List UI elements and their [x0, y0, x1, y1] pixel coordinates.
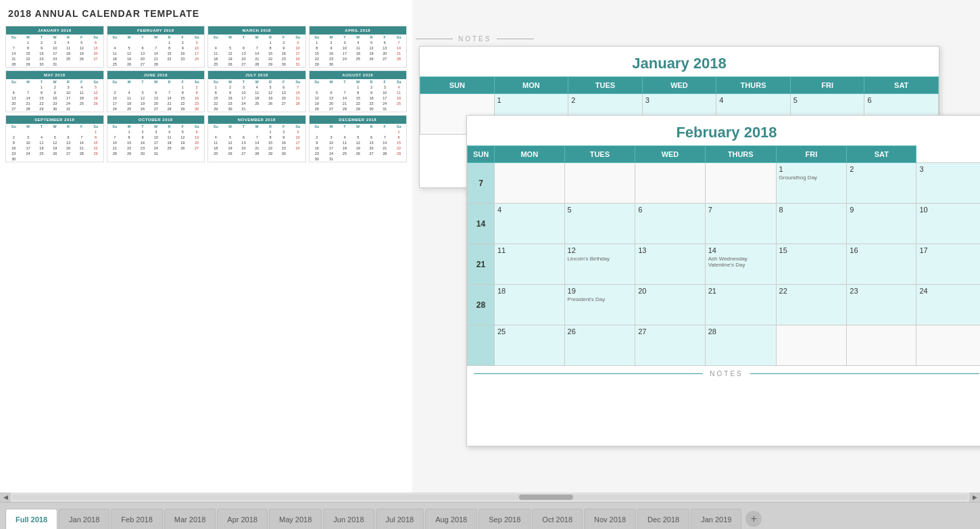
mini-cal-day-cell[interactable]: 3	[62, 85, 75, 90]
mini-cal-day-cell[interactable]	[338, 156, 351, 162]
mini-cal-day-cell[interactable]: 16	[277, 140, 291, 145]
mini-cal-day-cell[interactable]	[107, 129, 123, 135]
scroll-left-arrow[interactable]: ◀	[0, 492, 11, 502]
feb-day-cell[interactable]: 19President's Day	[564, 285, 635, 325]
feb-day-cell[interactable]: 26	[564, 325, 635, 366]
mini-cal-day-cell[interactable]: 26	[136, 106, 149, 112]
mini-cal-day-cell[interactable]: 27	[62, 151, 75, 156]
mini-cal-day-cell[interactable]: 13	[189, 135, 204, 140]
mini-cal-day-cell[interactable]: 13	[237, 140, 251, 145]
mini-cal-day-cell[interactable]: 6	[89, 40, 103, 45]
mini-cal-day-cell[interactable]: 30	[136, 151, 149, 156]
mini-cal-day-cell[interactable]: 19	[310, 101, 325, 106]
mini-cal-day-cell[interactable]	[250, 40, 264, 45]
mini-cal-day-cell[interactable]: 4	[391, 85, 406, 90]
mini-cal-day-cell[interactable]: 20	[62, 145, 75, 151]
mini-cal-day-cell[interactable]: 17	[189, 51, 204, 56]
mini-cal-day-cell[interactable]	[189, 151, 204, 156]
mini-cal-day-cell[interactable]: 22	[89, 145, 103, 151]
mini-cal-day-cell[interactable]: 10	[107, 95, 123, 101]
mini-cal-day-cell[interactable]	[291, 151, 305, 156]
mini-cal-day-cell[interactable]: 22	[310, 56, 325, 62]
mini-cal-day-cell[interactable]: 16	[35, 51, 49, 56]
mini-cal-day-cell[interactable]: 3	[48, 40, 62, 45]
tab-item[interactable]: Jun 2018	[323, 509, 374, 529]
mini-cal-day-cell[interactable]: 21	[291, 95, 305, 101]
mini-cal-day-cell[interactable]: 26	[48, 151, 62, 156]
feb-day-cell[interactable]: 14Ash Wednesday Valentine's Day	[705, 244, 776, 285]
feb-day-cell[interactable]: 3	[916, 163, 980, 204]
mini-cal-day-cell[interactable]: 12	[365, 45, 378, 51]
mini-cal-day-cell[interactable]: 26	[351, 151, 365, 156]
mini-cal-day-cell[interactable]	[163, 151, 176, 156]
mini-cal-day-cell[interactable]: 7	[250, 135, 264, 140]
tab-item[interactable]: Full 2018	[5, 509, 57, 529]
mini-cal-day-cell[interactable]: 5	[48, 135, 62, 140]
mini-cal-day-cell[interactable]: 8	[208, 90, 224, 95]
mini-cal-day-cell[interactable]: 29	[176, 106, 189, 112]
mini-cal-day-cell[interactable]: 3	[189, 40, 204, 45]
mini-cal-day-cell[interactable]	[62, 129, 75, 135]
mini-cal-day-cell[interactable]: 14	[163, 95, 176, 101]
mini-cal-day-cell[interactable]: 8	[176, 90, 189, 95]
feb-day-cell[interactable]: 2	[847, 163, 916, 204]
mini-cal-day-cell[interactable]: 11	[338, 140, 351, 145]
feb-day-cell[interactable]: 21	[705, 285, 776, 325]
mini-cal-day-cell[interactable]: 30	[310, 156, 325, 162]
mini-cal-day-cell[interactable]: 20	[277, 95, 291, 101]
mini-cal-day-cell[interactable]: 20	[6, 101, 22, 106]
mini-cal-day-cell[interactable]: 19	[264, 95, 277, 101]
mini-cal-day-cell[interactable]: 15	[35, 95, 49, 101]
mini-cal-day-cell[interactable]: 9	[176, 45, 189, 51]
mini-cal-day-cell[interactable]: 16	[365, 95, 378, 101]
feb-day-cell[interactable]: 18	[495, 285, 565, 325]
mini-cal-day-cell[interactable]: 11	[62, 45, 75, 51]
mini-cal-day-cell[interactable]: 12	[224, 140, 237, 145]
mini-cal-day-cell[interactable]: 5	[310, 90, 325, 95]
mini-cal-day-cell[interactable]: 22	[176, 101, 189, 106]
mini-cal-day-cell[interactable]	[310, 129, 325, 135]
mini-cal-day-cell[interactable]: 19	[176, 140, 189, 145]
mini-cal-day-cell[interactable]: 30	[324, 62, 338, 67]
feb-day-cell[interactable]: 20	[635, 285, 706, 325]
mini-cal-day-cell[interactable]: 9	[189, 90, 204, 95]
mini-cal-day-cell[interactable]: 31	[149, 151, 163, 156]
mini-cal-day-cell[interactable]	[6, 129, 22, 135]
mini-cal-day-cell[interactable]: 21	[378, 145, 391, 151]
mini-cal-day-cell[interactable]: 25	[122, 106, 136, 112]
mini-cal-day-cell[interactable]: 31	[378, 106, 391, 112]
mini-cal-day-cell[interactable]: 7	[291, 85, 305, 90]
mini-cal-day-cell[interactable]: 23	[224, 101, 237, 106]
mini-cal-day-cell[interactable]: 17	[237, 95, 251, 101]
mini-cal-day-cell[interactable]	[35, 156, 49, 162]
mini-cal-day-cell[interactable]: 11	[163, 135, 176, 140]
mini-cal-day-cell[interactable]	[291, 106, 305, 112]
mini-cal-day-cell[interactable]: 28	[250, 62, 264, 67]
mini-cal-day-cell[interactable]: 2	[6, 135, 22, 140]
mini-cal-day-cell[interactable]: 9	[277, 135, 291, 140]
mini-cal-day-cell[interactable]: 31	[324, 156, 338, 162]
mini-cal-day-cell[interactable]	[75, 106, 89, 112]
mini-cal-day-cell[interactable]: 2	[277, 40, 291, 45]
mini-cal-day-cell[interactable]: 10	[324, 140, 338, 145]
mini-cal-day-cell[interactable]	[149, 85, 163, 90]
mini-cal-day-cell[interactable]: 24	[62, 101, 75, 106]
feb-day-cell[interactable]: 11	[495, 244, 565, 285]
mini-cal-day-cell[interactable]: 22	[208, 101, 224, 106]
mini-cal-day-cell[interactable]: 14	[250, 51, 264, 56]
mini-cal-day-cell[interactable]: 15	[89, 140, 103, 145]
mini-cal-day-cell[interactable]: 18	[391, 95, 406, 101]
feb-day-cell[interactable]: 16	[847, 244, 916, 285]
mini-cal-day-cell[interactable]: 4	[208, 45, 224, 51]
mini-cal-day-cell[interactable]: 9	[6, 140, 22, 145]
mini-cal-day-cell[interactable]: 18	[338, 145, 351, 151]
mini-cal-day-cell[interactable]: 23	[310, 151, 325, 156]
mini-cal-day-cell[interactable]: 21	[22, 101, 35, 106]
mini-cal-day-cell[interactable]: 6	[277, 85, 291, 90]
mini-cal-day-cell[interactable]: 1	[264, 40, 277, 45]
mini-cal-day-cell[interactable]: 17	[378, 95, 391, 101]
mini-cal-day-cell[interactable]: 21	[338, 101, 351, 106]
mini-cal-day-cell[interactable]: 25	[62, 56, 75, 62]
mini-cal-day-cell[interactable]: 7	[250, 45, 264, 51]
feb-day-cell[interactable]	[495, 163, 565, 204]
